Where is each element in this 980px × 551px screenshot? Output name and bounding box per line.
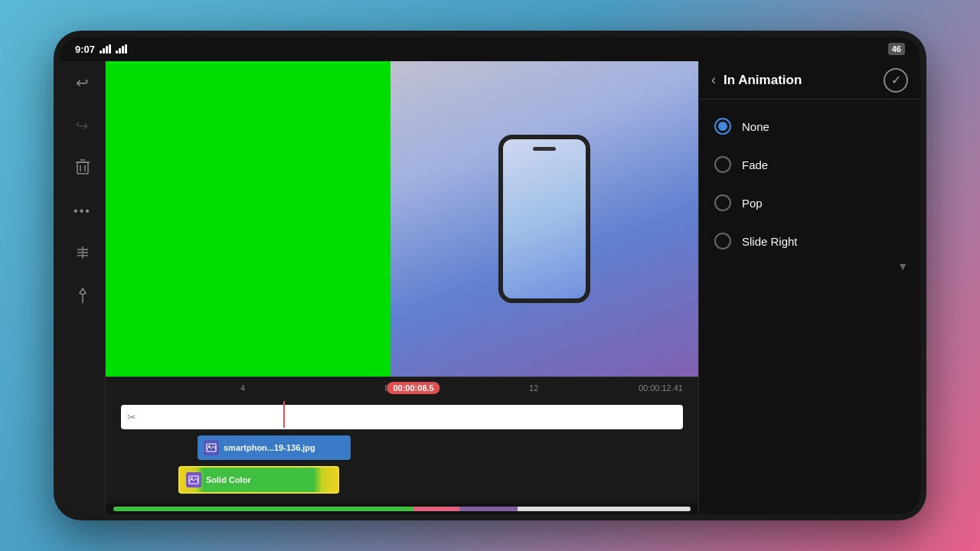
radio-slide-right	[714, 233, 731, 249]
progress-white	[518, 507, 691, 511]
bottom-bar	[106, 504, 698, 514]
timeline-ruler: 4 8 00:00:08.5 12 00:00:12.41	[106, 377, 698, 399]
green-color-block	[106, 61, 390, 377]
phone-mockup	[498, 135, 590, 303]
option-none-label: None	[742, 120, 769, 133]
smartphone-clip[interactable]: smartphon...19-136.jpg	[198, 435, 351, 460]
animation-options: None Fade Pop Slide Rig	[699, 99, 920, 514]
pin-icon	[75, 287, 90, 308]
device-inner: 9:07 46 ↩ ↪	[60, 37, 920, 514]
status-bar: 9:07 46	[60, 37, 920, 61]
phone-preview-bg	[390, 61, 698, 377]
option-fade[interactable]: Fade	[699, 145, 920, 184]
progress-green	[113, 507, 413, 511]
radio-none	[714, 118, 731, 135]
progress-bar	[113, 507, 691, 511]
progress-purple	[459, 507, 517, 511]
check-icon: ✓	[891, 73, 901, 87]
split-button[interactable]	[69, 240, 96, 268]
solid-color-icon	[186, 472, 201, 487]
panel-title: In Animation	[724, 73, 884, 88]
clip-image-icon	[204, 440, 219, 455]
solid-color-clip[interactable]: Solid Color	[178, 466, 339, 494]
back-button[interactable]: ‹	[711, 72, 716, 88]
smartphone-clip-row: smartphon...19-136.jpg	[121, 434, 691, 461]
battery-badge: 46	[888, 43, 905, 55]
ruler-mark-12: 12	[529, 383, 538, 393]
radio-fade	[714, 156, 731, 173]
svg-rect-0	[77, 162, 88, 174]
redo-icon: ↪	[76, 116, 89, 135]
radio-pop	[714, 194, 731, 211]
undo-icon: ↩	[76, 73, 89, 92]
progress-pink	[413, 507, 459, 511]
option-pop-label: Pop	[742, 197, 763, 210]
main-area: ↩ ↪	[60, 61, 920, 514]
tracks-container: ✂	[106, 399, 698, 504]
solid-color-clip-row: Solid Color	[121, 466, 691, 494]
scissors-icon: ✂	[127, 411, 136, 423]
more-button[interactable]: •••	[69, 197, 96, 225]
redo-button[interactable]: ↪	[69, 112, 96, 139]
option-fade-label: Fade	[742, 158, 768, 171]
smartphone-clip-label: smartphon...19-136.jpg	[224, 443, 315, 452]
scroll-down-arrow: ▼	[897, 260, 908, 272]
more-dots-icon: •••	[74, 204, 91, 218]
pin-button[interactable]	[69, 283, 96, 311]
delete-button[interactable]	[69, 155, 96, 182]
option-slide-right[interactable]: Slide Right	[699, 222, 920, 260]
trash-icon	[75, 158, 90, 179]
radio-none-inner	[718, 122, 727, 131]
status-right: 46	[888, 43, 905, 55]
panel-header: ‹ In Animation ✓	[699, 61, 920, 99]
device-frame: 9:07 46 ↩ ↪	[54, 31, 926, 520]
left-toolbar: ↩ ↪	[60, 61, 106, 514]
option-none[interactable]: None	[699, 107, 920, 145]
signal-bars-2	[116, 44, 127, 54]
undo-button[interactable]: ↩	[69, 69, 96, 96]
option-pop[interactable]: Pop	[699, 184, 920, 222]
confirm-button[interactable]: ✓	[884, 68, 908, 93]
total-time-display: 00:00:12.41	[639, 383, 683, 393]
current-time-indicator: 00:00:08.5	[387, 382, 439, 394]
ruler-mark-4: 4	[240, 383, 245, 393]
playhead-line	[283, 401, 285, 428]
main-track[interactable]: ✂	[121, 405, 683, 429]
status-left: 9:07	[75, 44, 127, 55]
right-panel: ‹ In Animation ✓ None	[698, 61, 920, 514]
preview-area: 4 8 00:00:08.5 12 00:00:12.41	[106, 61, 698, 514]
timeline-area: 4 8 00:00:08.5 12 00:00:12.41	[106, 377, 698, 514]
split-icon	[74, 244, 91, 265]
video-preview	[106, 61, 698, 377]
scroll-indicator: ▼	[699, 260, 920, 280]
signal-bars-1	[100, 44, 111, 54]
time-display: 9:07	[75, 44, 95, 55]
solid-color-clip-label: Solid Color	[206, 475, 251, 484]
option-slide-right-label: Slide Right	[742, 235, 798, 248]
svg-point-14	[208, 445, 210, 447]
svg-point-16	[191, 478, 192, 479]
